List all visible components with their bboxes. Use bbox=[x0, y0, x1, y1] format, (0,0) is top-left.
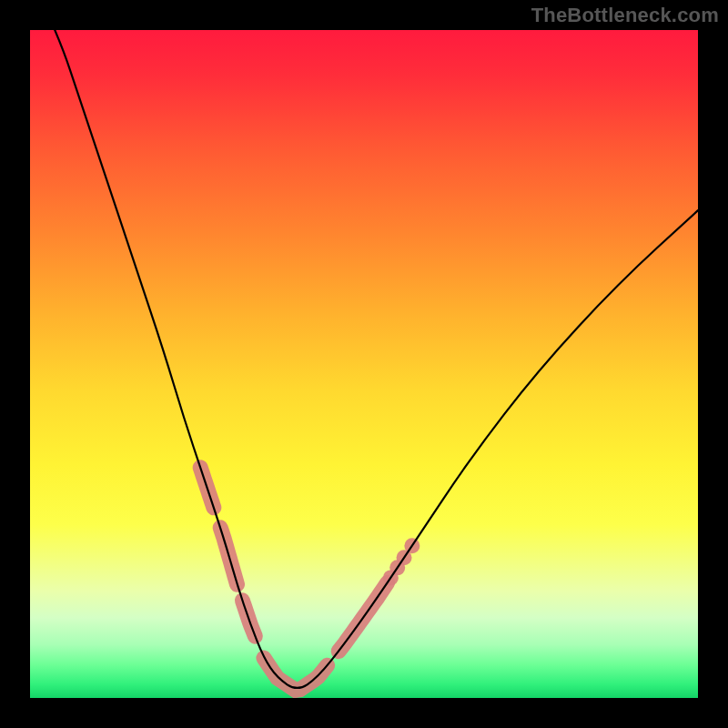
plot-area bbox=[30, 30, 698, 698]
highlight-segment bbox=[264, 658, 328, 690]
bottleneck-curve bbox=[30, 30, 698, 688]
curve-svg bbox=[30, 30, 698, 698]
highlight-layer bbox=[200, 468, 420, 691]
chart-frame: TheBottleneck.com bbox=[0, 0, 728, 728]
watermark-text: TheBottleneck.com bbox=[531, 4, 719, 27]
